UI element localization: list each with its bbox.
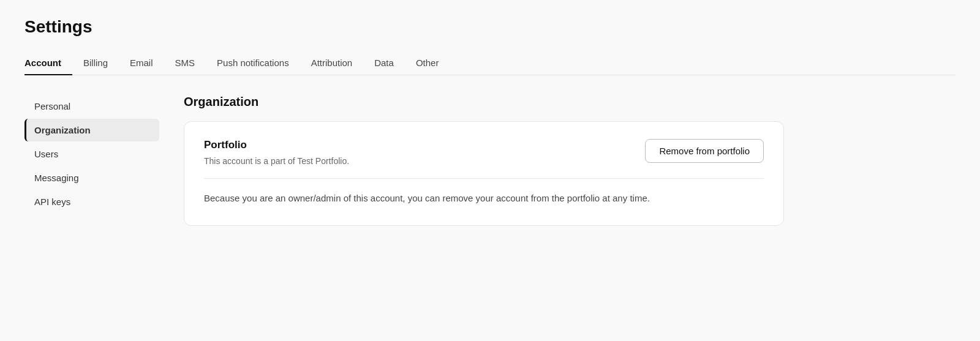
sidebar-item-organization[interactable]: Organization [24, 119, 159, 141]
page-wrapper: Settings Account Billing Email SMS Push … [0, 0, 980, 341]
sidebar: Personal Organization Users Messaging AP… [24, 95, 159, 226]
page-title: Settings [24, 17, 956, 37]
tab-attribution[interactable]: Attribution [300, 51, 364, 75]
card-title-block: Portfolio This account is a part of Test… [204, 139, 349, 166]
card-divider [204, 178, 764, 179]
card-header-row: Portfolio This account is a part of Test… [204, 139, 764, 166]
section-title: Organization [184, 95, 956, 109]
sidebar-item-messaging[interactable]: Messaging [24, 167, 159, 189]
main-content: Organization Portfolio This account is a… [159, 95, 956, 226]
tab-push-notifications[interactable]: Push notifications [206, 51, 300, 75]
sidebar-item-personal[interactable]: Personal [24, 95, 159, 118]
portfolio-card: Portfolio This account is a part of Test… [184, 121, 784, 226]
remove-from-portfolio-button[interactable]: Remove from portfolio [645, 139, 764, 163]
sidebar-item-users[interactable]: Users [24, 143, 159, 165]
card-subtitle: This account is a part of Test Portfolio… [204, 156, 349, 166]
tab-billing[interactable]: Billing [72, 51, 119, 75]
tab-account[interactable]: Account [24, 51, 72, 75]
card-title: Portfolio [204, 139, 349, 151]
tab-email[interactable]: Email [119, 51, 164, 75]
tab-other[interactable]: Other [405, 51, 450, 75]
top-tabs: Account Billing Email SMS Push notificat… [24, 51, 956, 75]
tab-data[interactable]: Data [363, 51, 405, 75]
card-body-text: Because you are an owner/admin of this a… [204, 191, 694, 206]
tab-sms[interactable]: SMS [164, 51, 206, 75]
sidebar-item-api-keys[interactable]: API keys [24, 190, 159, 213]
content-area: Personal Organization Users Messaging AP… [24, 75, 956, 226]
